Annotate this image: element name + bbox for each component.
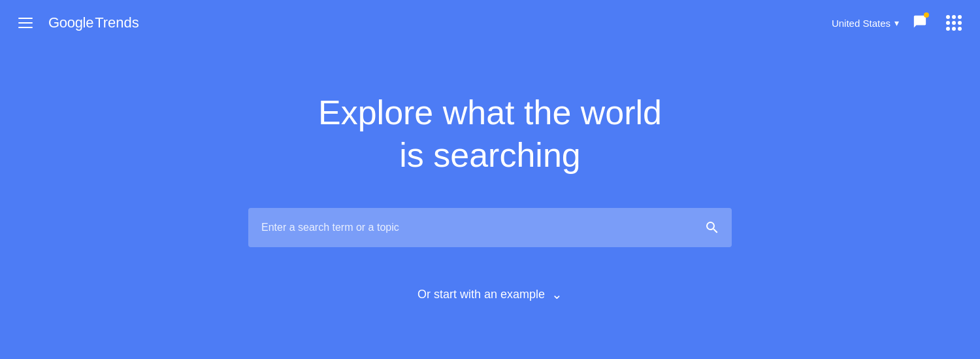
country-selector[interactable]: United States ▾ [832, 18, 899, 29]
logo-google: Google [48, 14, 93, 31]
apps-icon [946, 15, 962, 31]
hero-title-line2: is searching [399, 136, 580, 174]
header: GoogleTrends United States ▾ [0, 0, 980, 46]
main-content: Explore what the world is searching Or s… [0, 46, 980, 302]
feedback-button[interactable] [907, 10, 933, 36]
header-right: United States ▾ [832, 10, 967, 36]
search-container [248, 208, 732, 247]
logo[interactable]: GoogleTrends [48, 14, 139, 31]
chevron-down-icon: ▾ [894, 18, 899, 28]
feedback-icon [913, 14, 927, 31]
search-icon [704, 220, 720, 235]
example-link[interactable]: Or start with an example ⌄ [417, 286, 563, 302]
hero-title-line1: Explore what the world [318, 94, 662, 131]
header-left: GoogleTrends [13, 12, 139, 33]
menu-icon[interactable] [13, 12, 38, 33]
logo-trends: Trends [95, 14, 139, 31]
country-label: United States [832, 18, 890, 29]
search-input[interactable] [248, 208, 732, 247]
chevron-down-icon: ⌄ [551, 286, 563, 302]
example-link-label: Or start with an example [417, 288, 545, 301]
apps-button[interactable] [941, 10, 967, 36]
hero-title: Explore what the world is searching [318, 92, 662, 177]
search-button[interactable] [693, 208, 732, 247]
